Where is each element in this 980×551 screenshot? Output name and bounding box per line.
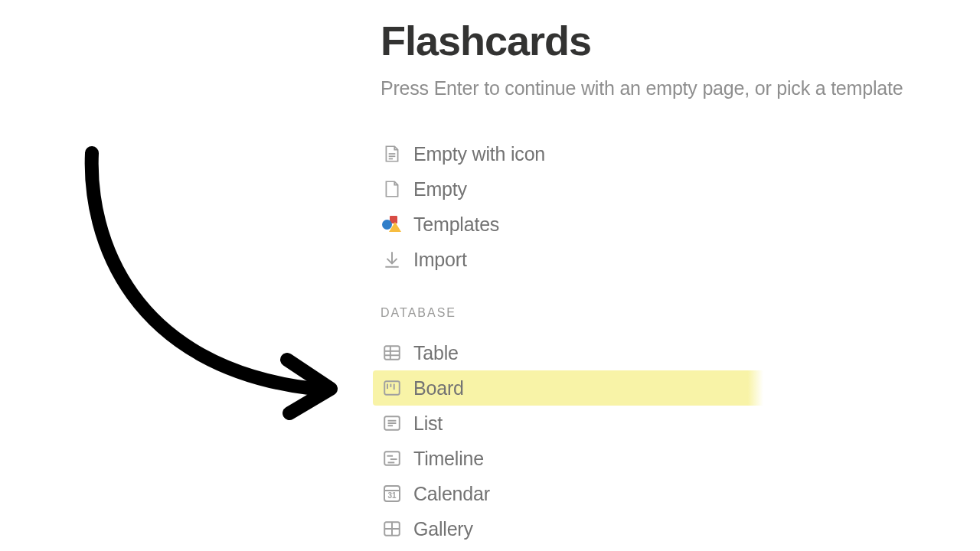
option-label: Templates	[413, 214, 499, 236]
table-icon	[382, 343, 402, 363]
page-empty-icon	[382, 179, 402, 199]
database-section-header: DATABASE	[381, 306, 962, 320]
option-empty[interactable]: Empty	[381, 171, 962, 207]
option-label: Empty with icon	[413, 143, 545, 165]
svg-rect-5	[384, 347, 400, 360]
timeline-icon	[382, 448, 402, 468]
option-label: List	[413, 412, 443, 435]
option-import[interactable]: Import	[381, 242, 962, 277]
option-label: Import	[413, 249, 467, 271]
option-timeline[interactable]: Timeline	[381, 441, 962, 476]
page-subtitle: Press Enter to continue with an empty pa…	[381, 77, 962, 99]
option-label: Timeline	[413, 448, 484, 470]
import-icon	[382, 249, 402, 269]
option-board[interactable]: Board	[373, 370, 962, 406]
option-templates[interactable]: Templates	[381, 207, 962, 242]
page-options-list: Empty with icon Empty Templates	[381, 136, 962, 546]
option-label: Calendar	[413, 483, 490, 505]
option-table[interactable]: Table	[381, 335, 962, 370]
templates-icon	[382, 214, 402, 234]
calendar-icon: 31	[382, 484, 402, 504]
option-label: Table	[413, 342, 459, 364]
option-calendar[interactable]: 31 Calendar	[381, 476, 962, 511]
option-gallery[interactable]: Gallery	[381, 511, 962, 546]
board-icon	[382, 378, 402, 398]
arrow-annotation	[77, 145, 352, 439]
option-label: Board	[413, 377, 464, 399]
list-icon	[382, 413, 402, 433]
page-with-icon-icon	[382, 144, 402, 164]
gallery-icon	[382, 519, 402, 539]
option-label: Empty	[413, 178, 467, 201]
page-title: Flashcards	[381, 18, 962, 64]
option-list[interactable]: List	[381, 406, 962, 441]
new-page-options: Flashcards Press Enter to continue with …	[381, 18, 962, 546]
option-label: Gallery	[413, 518, 473, 540]
option-empty-with-icon[interactable]: Empty with icon	[381, 136, 962, 171]
